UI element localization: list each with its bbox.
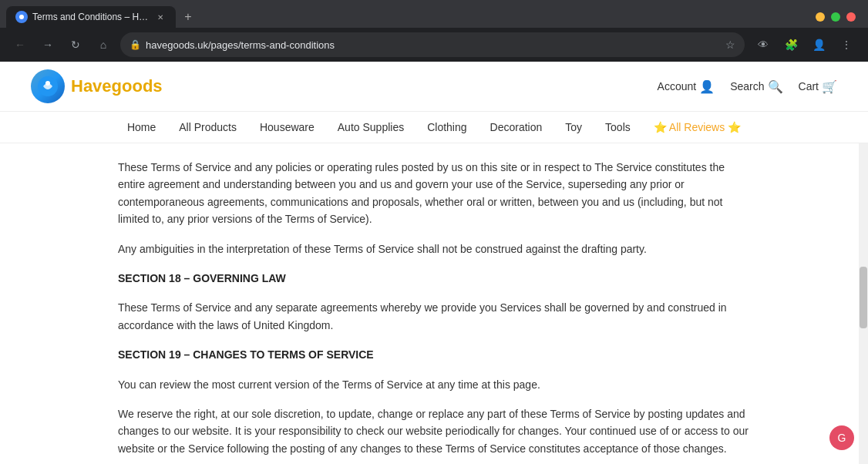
minimize-button[interactable]: − bbox=[816, 12, 825, 22]
new-tab-button[interactable]: + bbox=[179, 8, 197, 26]
cart-icon: 🛒 bbox=[822, 79, 837, 94]
menu-icon[interactable]: ⋮ bbox=[834, 32, 859, 57]
website: Havegoods Account 👤 Search 🔍 Cart 🛒 Hom bbox=[0, 62, 868, 464]
search-link[interactable]: Search 🔍 bbox=[730, 79, 782, 94]
svg-point-3 bbox=[45, 81, 50, 86]
eye-icon[interactable]: 👁 bbox=[751, 32, 775, 57]
profile-icon[interactable]: 👤 bbox=[806, 32, 831, 57]
extension-icon[interactable]: G bbox=[829, 425, 854, 450]
scrollbar-thumb[interactable] bbox=[860, 267, 867, 328]
section19-body2: We reserve the right, at our sole discre… bbox=[118, 405, 750, 457]
active-tab[interactable]: Terms and Conditions – Haveg... ✕ bbox=[6, 6, 176, 28]
section19-heading: SECTION 19 – CHANGES TO TERMS OF SERVICE bbox=[118, 346, 750, 363]
cart-link[interactable]: Cart 🛒 bbox=[799, 79, 837, 94]
nav-item-tools[interactable]: Tools bbox=[605, 121, 631, 133]
account-icon: 👤 bbox=[699, 79, 715, 94]
address-bar-row: ← → ↻ ⌂ 🔒 havegoods.uk/pages/terms-and-c… bbox=[0, 28, 868, 62]
search-icon: 🔍 bbox=[768, 79, 783, 94]
nav-item-decoration[interactable]: Decoration bbox=[490, 121, 543, 133]
nav-item-clothing[interactable]: Clothing bbox=[427, 121, 466, 133]
logo-text: Havegoods bbox=[71, 76, 163, 96]
svg-point-1 bbox=[19, 15, 24, 19]
back-button[interactable]: ← bbox=[9, 34, 31, 55]
logo-area[interactable]: Havegoods bbox=[31, 69, 163, 103]
account-link[interactable]: Account 👤 bbox=[658, 79, 715, 94]
bookmark-icon[interactable]: ☆ bbox=[725, 39, 735, 51]
close-button[interactable]: ✕ bbox=[846, 12, 856, 22]
site-nav: Home All Products Houseware Auto Supplie… bbox=[0, 112, 868, 143]
search-label: Search bbox=[730, 80, 764, 92]
url-text: havegoods.uk/pages/terms-and-conditions bbox=[146, 39, 721, 51]
reload-button[interactable]: ↻ bbox=[65, 34, 86, 55]
window-controls: − □ ✕ bbox=[816, 12, 862, 22]
section17-body2: Any ambiguities in the interpretation of… bbox=[118, 240, 750, 257]
nav-item-home[interactable]: Home bbox=[127, 121, 156, 133]
browser-chrome: Terms and Conditions – Haveg... ✕ + − □ … bbox=[0, 0, 868, 62]
home-button[interactable]: ⌂ bbox=[93, 34, 114, 55]
cart-label: Cart bbox=[799, 80, 819, 92]
nav-item-houseware[interactable]: Houseware bbox=[260, 121, 315, 133]
toolbar-icons: 👁 🧩 👤 ⋮ bbox=[751, 32, 859, 57]
nav-item-auto-supplies[interactable]: Auto Supplies bbox=[338, 121, 404, 133]
scrollbar-track[interactable] bbox=[859, 143, 868, 464]
tab-bar: Terms and Conditions – Haveg... ✕ + − □ … bbox=[0, 0, 868, 28]
forward-button[interactable]: → bbox=[37, 34, 59, 55]
page-wrapper: Terms and Conditions – Haveg... ✕ + − □ … bbox=[0, 0, 868, 464]
section19-body1: You can review the most current version … bbox=[118, 376, 750, 393]
logo-icon bbox=[31, 69, 65, 103]
nav-item-all-reviews[interactable]: ⭐ All Reviews ⭐ bbox=[654, 121, 741, 133]
tab-title: Terms and Conditions – Haveg... bbox=[32, 12, 150, 22]
scrollbar-area: These Terms of Service and any policies … bbox=[0, 143, 868, 464]
maximize-button[interactable]: □ bbox=[831, 12, 840, 22]
site-header: Havegoods Account 👤 Search 🔍 Cart 🛒 bbox=[0, 62, 868, 112]
content-area: These Terms of Service and any policies … bbox=[87, 143, 781, 464]
header-right: Account 👤 Search 🔍 Cart 🛒 bbox=[658, 79, 837, 94]
section18-body: These Terms of Service and any separate … bbox=[118, 299, 750, 334]
main-content: These Terms of Service and any policies … bbox=[87, 143, 781, 464]
tab-favicon bbox=[15, 11, 28, 23]
lock-icon: 🔒 bbox=[130, 39, 141, 50]
nav-item-toy[interactable]: Toy bbox=[565, 121, 582, 133]
account-label: Account bbox=[658, 80, 697, 92]
section17-body1: These Terms of Service and any policies … bbox=[118, 159, 750, 228]
address-bar[interactable]: 🔒 havegoods.uk/pages/terms-and-condition… bbox=[120, 32, 745, 57]
section18-heading: SECTION 18 – GOVERNING LAW bbox=[118, 270, 750, 287]
tab-close-button[interactable]: ✕ bbox=[154, 11, 167, 23]
nav-item-all-products[interactable]: All Products bbox=[179, 121, 237, 133]
extensions-icon[interactable]: 🧩 bbox=[779, 32, 803, 57]
